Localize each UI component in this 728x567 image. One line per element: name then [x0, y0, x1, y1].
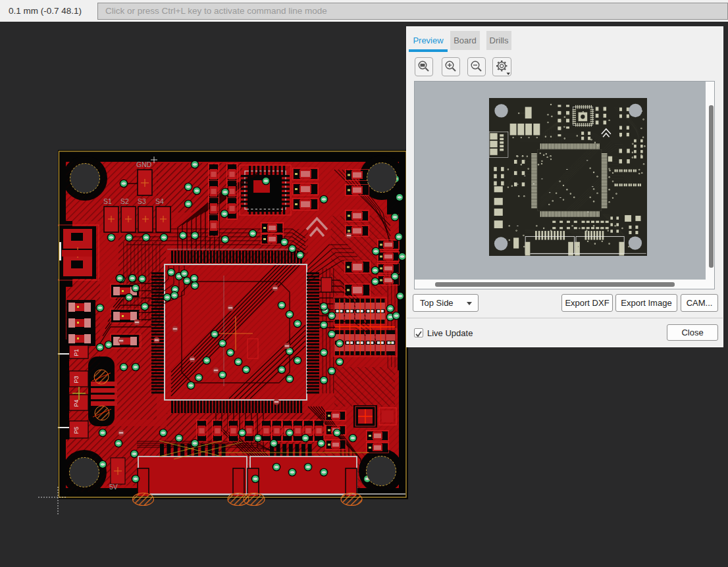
svg-text:5V: 5V	[109, 483, 118, 491]
svg-text:P5: P5	[73, 426, 80, 433]
svg-text:S4: S4	[155, 197, 164, 205]
svg-text:P3: P3	[73, 376, 80, 383]
svg-text:S2: S2	[120, 197, 129, 205]
svg-text:S3: S3	[138, 197, 146, 205]
svg-text:P4: P4	[73, 399, 80, 407]
svg-text:GND: GND	[136, 160, 152, 168]
svg-text:P1: P1	[73, 349, 80, 356]
svg-text:S1: S1	[103, 197, 112, 205]
